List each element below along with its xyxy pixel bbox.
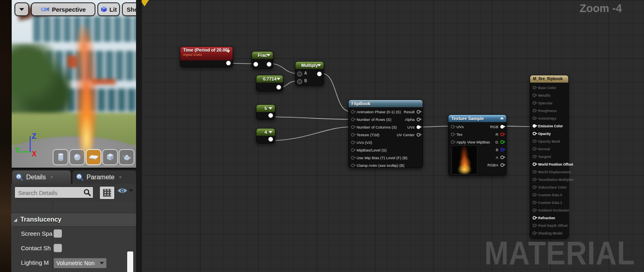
- flipbook-input-pin[interactable]: [351, 133, 355, 137]
- node-constant-5[interactable]: 5: [256, 104, 275, 120]
- property-label: Lighting M: [21, 259, 49, 266]
- cylinder-shape-button[interactable]: [53, 149, 68, 165]
- flipbook-output-pin[interactable]: [417, 125, 420, 129]
- details-scrollbar[interactable]: [127, 251, 133, 272]
- node-flipbook-header[interactable]: FlipBook: [349, 100, 423, 107]
- texture-sample-output-pin[interactable]: [500, 125, 504, 129]
- texture-sample-input-pin[interactable]: [451, 140, 454, 144]
- material-pin[interactable]: [533, 116, 536, 120]
- flipbook-input-pin[interactable]: [351, 148, 355, 152]
- viewport-options-dropdown-button[interactable]: [14, 2, 29, 16]
- constant-5-output-pin[interactable]: [268, 113, 273, 118]
- flipbook-input-pin[interactable]: [351, 156, 355, 160]
- material-pin[interactable]: [533, 185, 536, 189]
- multiply-input-a-pin[interactable]: [297, 71, 302, 77]
- flipbook-output-pin[interactable]: [417, 118, 420, 121]
- node-constant-5-header[interactable]: 5: [256, 105, 275, 112]
- cube-shape-button[interactable]: [102, 149, 118, 165]
- texture-sample-input-pin[interactable]: [451, 125, 454, 129]
- plane-shape-button[interactable]: [86, 149, 101, 165]
- flipbook-input-pin[interactable]: [351, 110, 355, 114]
- tab-parameters-close-icon[interactable]: ×: [119, 174, 122, 180]
- lit-mode-button[interactable]: Lit: [97, 2, 120, 16]
- node-texture-sample[interactable]: Texture Sample UVs Tex Apply View MipBia…: [448, 114, 507, 176]
- node-time-header[interactable]: Time (Period of 20.00) Input Data: [180, 47, 233, 60]
- material-pin[interactable]: [533, 109, 536, 112]
- multiply-output-pin[interactable]: [317, 71, 322, 77]
- node-time[interactable]: Time (Period of 20.00) Input Data: [180, 46, 233, 67]
- texture-sample-output-pin[interactable]: [500, 148, 504, 152]
- frac-input-pin[interactable]: [253, 62, 258, 67]
- material-pin[interactable]: [533, 224, 536, 227]
- plane-icon: [89, 154, 99, 160]
- frac-output-pin[interactable]: [266, 62, 272, 67]
- material-pin[interactable]: [533, 86, 536, 89]
- lighting-mode-dropdown[interactable]: Volumetric Non: [54, 258, 107, 268]
- material-pin-emissive[interactable]: [533, 124, 536, 128]
- teapot-shape-button[interactable]: [119, 149, 134, 165]
- constant-4-output-pin[interactable]: [268, 137, 273, 142]
- view-options-button[interactable]: [117, 187, 133, 194]
- texture-sample-output-pin[interactable]: [500, 140, 504, 144]
- texture-sample-input-pin[interactable]: [451, 133, 454, 136]
- tab-details-close-icon[interactable]: ×: [50, 174, 53, 180]
- node-constant-07714-header[interactable]: 0.7714: [256, 75, 283, 83]
- material-pin[interactable]: [533, 193, 536, 197]
- node-constant-07714[interactable]: 0.7714: [256, 75, 283, 91]
- screen-space-checkbox[interactable]: [54, 229, 62, 238]
- multiply-input-b-pin[interactable]: [297, 79, 302, 84]
- texture-sample-outputs: RGB R G B A RGBA: [487, 123, 506, 169]
- panel-splitter[interactable]: [136, 0, 142, 272]
- property-matrix-button[interactable]: [99, 186, 115, 199]
- texture-sample-output-pin[interactable]: [500, 133, 504, 136]
- flipbook-input-pin[interactable]: [351, 164, 355, 167]
- flipbook-output-pin[interactable]: [417, 110, 420, 114]
- flipbook-output-pin[interactable]: [417, 133, 420, 137]
- material-pin-opacity[interactable]: [533, 132, 536, 135]
- node-material-result[interactable]: M_fire_flipbook Base Color Metallic Spec…: [530, 75, 569, 239]
- show-button[interactable]: Sho: [122, 2, 136, 16]
- node-multiply-header[interactable]: Multiply: [295, 62, 324, 69]
- material-pin-label: Subsurface Color: [538, 185, 567, 189]
- search-icon: [83, 189, 91, 197]
- preview-viewport[interactable]: Perspective Lit Sho Z Y X: [11, 0, 136, 169]
- node-constant-07714-title: 0.7714: [263, 77, 277, 81]
- node-constant-4-header[interactable]: 4: [256, 129, 275, 136]
- material-pin-wpo[interactable]: [533, 162, 536, 166]
- constant-07714-output-pin[interactable]: [276, 85, 281, 90]
- node-texture-sample-header[interactable]: Texture Sample: [448, 115, 506, 122]
- node-constant-4[interactable]: 4: [256, 128, 275, 143]
- perspective-button[interactable]: Perspective: [31, 2, 95, 16]
- contact-shadow-checkbox[interactable]: [54, 244, 62, 252]
- flipbook-output-label: Result: [404, 110, 415, 114]
- material-pin[interactable]: [533, 170, 536, 174]
- material-pin-refraction[interactable]: [533, 216, 536, 220]
- material-graph-canvas[interactable]: Zoom -4 MATERIAL Time (Period of 20.00) …: [142, 0, 644, 272]
- material-pin[interactable]: [533, 155, 536, 158]
- material-pin[interactable]: [533, 178, 536, 181]
- node-frac[interactable]: Frac: [252, 51, 273, 69]
- texture-sample-output-pin[interactable]: [500, 163, 504, 167]
- flipbook-input-pin[interactable]: [351, 125, 355, 129]
- node-frac-header[interactable]: Frac: [252, 52, 273, 59]
- time-output-pin[interactable]: [226, 60, 231, 66]
- material-pin[interactable]: [533, 147, 536, 151]
- tab-details[interactable]: i Details ×: [12, 170, 71, 184]
- node-multiply[interactable]: Multiply A B: [295, 61, 324, 86]
- material-pin[interactable]: [533, 93, 536, 97]
- flipbook-input-pin[interactable]: [351, 141, 355, 144]
- material-pin[interactable]: [533, 101, 536, 105]
- material-pin[interactable]: [533, 139, 536, 143]
- node-material-header[interactable]: M_fire_flipbook: [530, 75, 568, 83]
- translucency-section-header[interactable]: ◢ Translucency: [11, 213, 136, 226]
- sphere-shape-button[interactable]: [69, 149, 85, 165]
- zoom-level-label: Zoom -4: [580, 2, 622, 15]
- texture-sample-output-label: A: [496, 155, 498, 160]
- node-flipbook[interactable]: FlipBook Animation Phase (0-1) (S) Numbe…: [348, 100, 423, 168]
- texture-sample-output-pin[interactable]: [500, 156, 504, 159]
- material-pin[interactable]: [533, 208, 536, 212]
- tab-parameters[interactable]: i Paramete ×: [72, 170, 136, 184]
- search-input[interactable]: [17, 187, 82, 198]
- flipbook-input-pin[interactable]: [351, 118, 355, 121]
- material-pin[interactable]: [533, 201, 536, 204]
